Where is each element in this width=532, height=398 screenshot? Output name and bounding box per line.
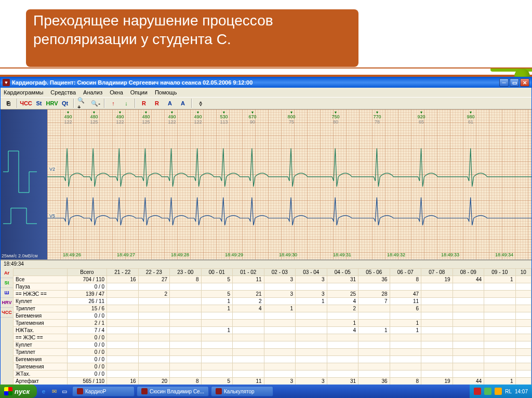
table-row[interactable]: НЖТах.7 / 41411 — [14, 327, 531, 334]
cell — [515, 276, 531, 283]
col-header[interactable]: 10 — [515, 269, 531, 276]
col-header[interactable]: 02 - 03 — [264, 269, 296, 276]
cell: 0 / 0 — [67, 349, 107, 356]
tray-icon[interactable] — [484, 388, 491, 395]
table-row[interactable]: == ЖЭС ==0 / 0 — [14, 334, 531, 341]
table-row[interactable]: Триплет15 / 614126 — [14, 305, 531, 312]
system-tray[interactable]: RL 14:07 — [470, 385, 532, 398]
side-tab-Ar[interactable]: Ar — [1, 268, 13, 278]
table-row[interactable]: Артефакт565 / 11016208511333136819441 — [14, 378, 531, 385]
cell: 19 — [421, 276, 453, 283]
side-tab-St[interactable]: St — [1, 278, 13, 288]
table-row[interactable]: Куплет26 / 111214711 — [14, 298, 531, 305]
toolbar-btn-13[interactable]: ⎀ — [195, 98, 206, 108]
cell — [107, 291, 139, 298]
table-row[interactable]: == НЖЭС ==139 / 47252133252847 — [14, 291, 531, 298]
start-button[interactable]: пуск — [0, 385, 37, 398]
toolbar-btn-6[interactable]: 🔍- — [90, 98, 101, 108]
taskbar-task[interactable]: Калькулятор — [211, 386, 273, 396]
cell — [264, 312, 296, 320]
toolbar-btn-5[interactable]: 🔍+ — [77, 98, 88, 108]
toolbar-btn-2[interactable]: St — [33, 98, 45, 108]
toolbar-btn-3[interactable]: HRV — [46, 98, 58, 108]
col-header[interactable]: 08 - 09 — [453, 269, 484, 276]
window-title: Кардиограф. Пациент: Сюсин Владимир Серг… — [12, 79, 252, 86]
cell — [264, 320, 296, 327]
toolbar-btn-8[interactable]: ↓ — [121, 98, 132, 108]
taskbar-task[interactable]: КардиоР — [72, 386, 135, 396]
col-header[interactable]: 01 - 02 — [233, 269, 264, 276]
col-header[interactable]: 00 - 01 — [201, 269, 233, 276]
toolbar-btn-9[interactable]: R — [138, 98, 150, 108]
cell — [358, 356, 390, 363]
side-tab-HRV[interactable]: HRV — [1, 298, 13, 308]
table-row[interactable]: Триплет0 / 0 — [14, 349, 531, 356]
table-row[interactable]: Бигемения0 / 0 — [14, 312, 531, 320]
menu-Окна[interactable]: Окна — [110, 89, 123, 95]
menu-Кардиограммы[interactable]: Кардиограммы — [4, 89, 43, 95]
cell — [233, 349, 264, 356]
toolbar-btn-10[interactable]: R — [151, 98, 163, 108]
toolbar-btn-11[interactable]: A — [164, 98, 176, 108]
cell — [484, 312, 516, 320]
tray-icon[interactable] — [495, 388, 502, 395]
chart-status-bar: 18:49:34 — [1, 260, 531, 268]
col-header[interactable]: 06 - 07 — [390, 269, 421, 276]
ecg-chart[interactable]: 25мм/с 2.0мВ/см V2 V5 490122480125490122… — [1, 109, 531, 260]
cell — [138, 298, 170, 305]
slide-header: Преходящее нарушение процессов реполяриз… — [0, 0, 532, 77]
col-header[interactable]: Всего — [67, 269, 107, 276]
table-row[interactable]: Тригемения2 / 111 — [14, 320, 531, 327]
col-header[interactable]: 22 - 23 — [138, 269, 170, 276]
col-header[interactable]: 05 - 06 — [358, 269, 390, 276]
toolbar-btn-1[interactable]: ЧСС — [20, 98, 32, 108]
table-row[interactable]: Бигемения0 / 0 — [14, 356, 531, 363]
menu-Опции[interactable]: Опции — [130, 89, 148, 95]
cell — [358, 312, 390, 320]
table-row[interactable]: Все704 / 11016278511333136819441 — [14, 276, 531, 283]
tray-icon[interactable] — [474, 388, 481, 395]
col-header[interactable]: 03 - 04 — [296, 269, 327, 276]
table-scroll[interactable]: Всего21 - 2222 - 2323 - 0000 - 0101 - 02… — [13, 268, 531, 386]
time-tick: 18:49:31 — [333, 252, 351, 257]
cell: 0 / 0 — [67, 283, 107, 291]
minimize-button[interactable]: ─ — [499, 78, 509, 87]
taskbar-task[interactable]: Сюсин Владимир Се... — [137, 386, 209, 396]
col-header[interactable]: 09 - 10 — [484, 269, 516, 276]
menu-Анализ[interactable]: Анализ — [83, 89, 102, 95]
tray-lang[interactable]: RL — [505, 389, 512, 394]
toolbar-btn-0[interactable]: ⎘ — [3, 98, 14, 108]
maximize-button[interactable]: ▭ — [510, 78, 519, 87]
col-header[interactable]: 04 - 05 — [327, 269, 358, 276]
cell: 31 — [327, 378, 358, 385]
side-tab-Ш[interactable]: Ш — [1, 288, 13, 298]
table-row[interactable]: Тригемения0 / 0 — [14, 363, 531, 370]
toolbar-btn-7[interactable]: ↑ — [108, 98, 119, 108]
table-row[interactable]: Пауза0 / 0 — [14, 283, 531, 291]
cell — [515, 363, 531, 370]
tray-clock[interactable]: 14:07 — [515, 389, 528, 394]
close-button[interactable]: ✕ — [520, 78, 529, 87]
col-header[interactable]: 07 - 08 — [421, 269, 453, 276]
cell — [484, 327, 516, 334]
chart-canvas[interactable]: V2 V5 4901224801254901224801254901224901… — [47, 109, 531, 259]
side-tab-ЧСС[interactable]: ЧСС — [1, 308, 13, 318]
ie-icon[interactable]: e — [39, 386, 48, 396]
window-title-bar[interactable]: ♥ Кардиограф. Пациент: Сюсин Владимир Се… — [1, 77, 531, 88]
cell — [358, 370, 390, 378]
menu-Средства[interactable]: Средства — [50, 89, 76, 95]
row-label: Бигемения — [14, 312, 68, 320]
cell — [201, 349, 233, 356]
table-row[interactable]: ЖТах.0 / 0 — [14, 370, 531, 378]
col-header[interactable]: 21 - 22 — [107, 269, 139, 276]
table-row[interactable]: Куплет0 / 0 — [14, 341, 531, 349]
menu-Помощь[interactable]: Помощь — [155, 89, 177, 95]
col-header[interactable]: 23 - 00 — [170, 269, 202, 276]
mail-icon[interactable]: ✉ — [49, 386, 59, 396]
desktop-icon[interactable]: ▭ — [60, 386, 69, 396]
side-tabs: ArStШHRVЧСС — [1, 268, 13, 386]
cell — [264, 356, 296, 363]
toolbar-btn-4[interactable]: Qt — [59, 98, 71, 108]
toolbar-btn-12[interactable]: A — [177, 98, 189, 108]
cell — [515, 356, 531, 363]
